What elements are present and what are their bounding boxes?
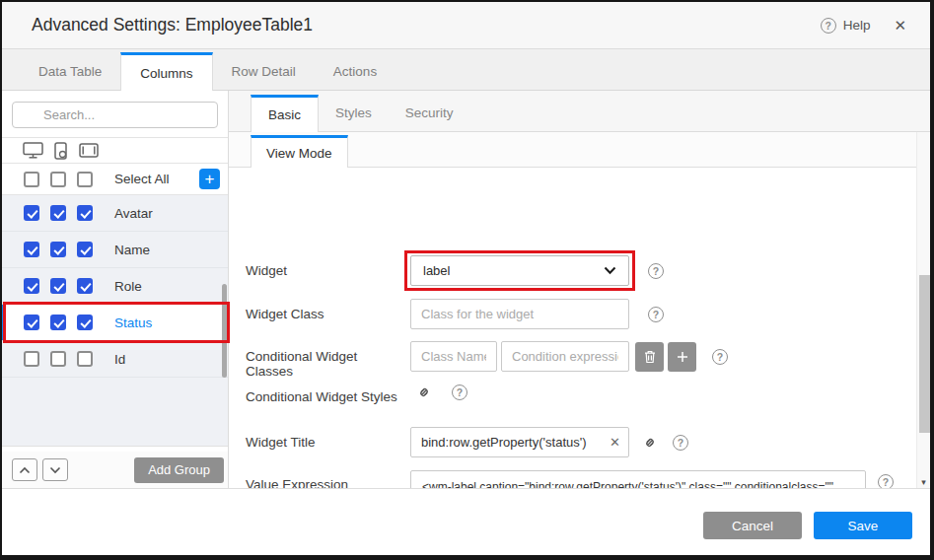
tab-security[interactable]: Security: [389, 95, 470, 131]
column-label: Name: [114, 243, 150, 257]
bind-title-link-icon[interactable]: [642, 435, 658, 451]
widget-select[interactable]: label: [410, 255, 629, 286]
cancel-button[interactable]: Cancel: [703, 512, 802, 539]
advanced-settings-dialog: Advanced Settings: EmployeeTable1 ? Help…: [0, 0, 934, 560]
tab-data-table[interactable]: Data Table: [20, 52, 120, 90]
panel-scrollbar[interactable]: ▾: [916, 132, 930, 488]
panel-scrollbar-thumb[interactable]: [919, 275, 930, 433]
column-label: Avatar: [114, 206, 153, 221]
tab-basic[interactable]: Basic: [251, 95, 319, 132]
help-label: Help: [843, 18, 871, 33]
widget-title-label: Widget Title: [246, 435, 408, 450]
device-toggle-row: [2, 138, 228, 164]
column-row-name[interactable]: Name: [2, 232, 228, 268]
avatar-checkbox-mobile[interactable]: [50, 205, 66, 221]
widget-class-input[interactable]: [410, 299, 629, 329]
panel-tabbar: Basic Styles Security: [229, 91, 930, 132]
column-label: Role: [114, 279, 142, 294]
plus-icon: +: [205, 171, 215, 187]
avatar-checkbox-tablet[interactable]: [77, 205, 93, 221]
name-checkbox-tablet[interactable]: [77, 242, 93, 257]
tablet-icon[interactable]: [79, 143, 99, 158]
select-all-checkbox-tablet[interactable]: [77, 172, 93, 187]
move-down-button[interactable]: [42, 458, 68, 481]
tab-view-mode[interactable]: View Mode: [251, 135, 348, 168]
column-settings-panel: Basic Styles Security View Mode Widget l…: [229, 91, 930, 488]
dialog-tabbar: Data Table Columns Row Detail Actions: [2, 49, 930, 91]
tab-columns[interactable]: Columns: [120, 52, 212, 91]
trash-icon: [644, 350, 656, 364]
help-circle-icon: ?: [821, 18, 836, 34]
sidebar-filler: [2, 378, 228, 447]
sidebar-scrollbar-thumb[interactable]: [222, 284, 227, 378]
sidebar-toolbar: Add Group: [2, 452, 228, 488]
close-icon[interactable]: ✕: [890, 17, 910, 35]
desktop-icon[interactable]: [23, 142, 43, 159]
clear-icon[interactable]: ✕: [610, 436, 620, 449]
select-all-row: Select All +: [2, 164, 228, 195]
name-checkbox-mobile[interactable]: [50, 242, 66, 257]
widget-title-input[interactable]: [410, 427, 629, 457]
column-label: Status: [114, 315, 152, 330]
column-row-status[interactable]: Status: [2, 305, 228, 341]
help-button[interactable]: ? Help: [821, 18, 871, 34]
conditional-widget-styles-label: Conditional Widget Styles: [246, 389, 408, 404]
dialog-title: Advanced Settings: EmployeeTable1: [32, 15, 313, 35]
chevron-down-icon: [604, 266, 616, 275]
widget-help-icon[interactable]: ?: [648, 263, 664, 279]
condition-expression-input[interactable]: [501, 341, 629, 372]
status-checkbox-tablet[interactable]: [77, 315, 93, 330]
save-button[interactable]: Save: [814, 512, 912, 539]
chevron-down-icon: [49, 466, 61, 474]
conditional-widget-classes-label: Conditional Widget Classes: [246, 349, 408, 379]
column-label: Id: [114, 352, 125, 367]
conditional-classes-help-icon[interactable]: ?: [712, 349, 728, 365]
widget-label: Widget: [246, 263, 408, 278]
column-row-role[interactable]: Role: [2, 268, 228, 305]
tab-actions[interactable]: Actions: [315, 52, 395, 90]
select-all-checkbox-mobile[interactable]: [50, 172, 66, 187]
id-checkbox-tablet[interactable]: [77, 351, 93, 367]
move-up-button[interactable]: [12, 458, 37, 481]
columns-sidebar: Select All + Avatar Name Role Status: [2, 91, 229, 488]
search-input[interactable]: [12, 102, 218, 128]
name-checkbox-desktop[interactable]: [24, 242, 39, 257]
role-checkbox-desktop[interactable]: [24, 278, 39, 294]
scroll-down-arrow-icon[interactable]: ▾: [917, 477, 930, 487]
id-checkbox-mobile[interactable]: [50, 351, 66, 367]
search-area: [2, 91, 228, 138]
role-checkbox-tablet[interactable]: [77, 278, 93, 294]
panel-subtabbar: View Mode: [229, 132, 930, 168]
select-all-checkbox-desktop[interactable]: [24, 172, 39, 187]
status-checkbox-desktop[interactable]: [24, 315, 39, 330]
role-checkbox-mobile[interactable]: [50, 278, 66, 294]
id-checkbox-desktop[interactable]: [24, 351, 39, 367]
widget-title-help-icon[interactable]: ?: [673, 435, 688, 451]
tab-row-detail[interactable]: Row Detail: [213, 52, 315, 90]
widget-class-help-icon[interactable]: ?: [648, 307, 664, 322]
bind-styles-link-icon[interactable]: [416, 385, 432, 400]
select-all-label: Select All: [114, 172, 170, 186]
tab-styles[interactable]: Styles: [319, 95, 389, 131]
column-row-id[interactable]: Id: [2, 341, 228, 378]
widget-class-label: Widget Class: [246, 307, 408, 321]
chevron-up-icon: [19, 466, 31, 474]
dialog-footer: Cancel Save: [2, 488, 930, 555]
add-column-button[interactable]: +: [199, 169, 220, 189]
status-checkbox-mobile[interactable]: [50, 315, 66, 330]
delete-condition-button[interactable]: [635, 342, 664, 372]
dialog-header: Advanced Settings: EmployeeTable1 ? Help…: [2, 2, 930, 49]
avatar-checkbox-desktop[interactable]: [24, 205, 39, 221]
widget-select-value: label: [423, 263, 450, 278]
plus-icon: [677, 351, 688, 363]
add-group-button[interactable]: Add Group: [134, 457, 224, 483]
conditional-styles-help-icon[interactable]: ?: [452, 385, 467, 400]
add-condition-button[interactable]: [668, 342, 696, 372]
mobile-icon[interactable]: [54, 142, 68, 160]
class-name-input[interactable]: [410, 341, 497, 372]
column-row-avatar[interactable]: Avatar: [2, 195, 228, 232]
